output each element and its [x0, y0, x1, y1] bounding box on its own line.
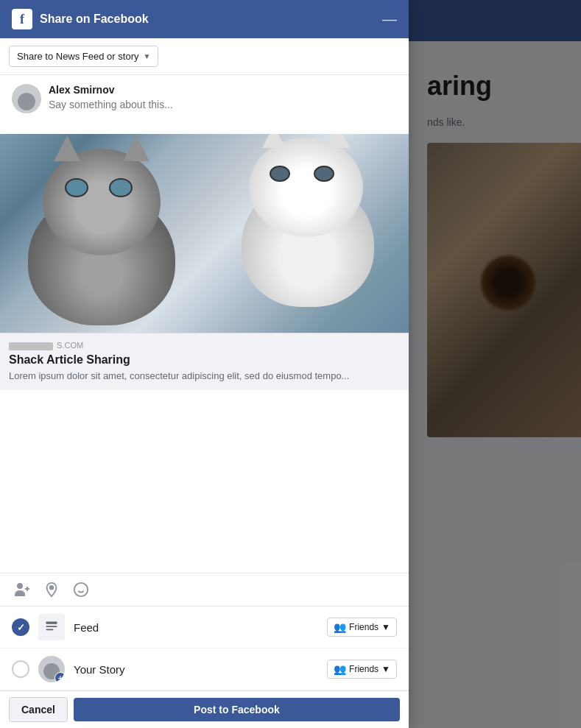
article-image [0, 134, 409, 333]
white-kitten-ear-left [262, 134, 286, 148]
gray-kitten-ear-right [123, 135, 149, 161]
kittens-scene [0, 134, 409, 333]
chevron-down-icon: ▼ [143, 52, 150, 60]
tag-people-button[interactable] [12, 579, 32, 600]
feed-label: Feed [74, 621, 318, 634]
story-avatar: + [38, 656, 65, 682]
minimize-button[interactable]: — [382, 12, 397, 26]
modal-spacer [0, 390, 409, 573]
source-blur [9, 342, 53, 350]
white-kitten-eye-left [270, 166, 290, 182]
post-text-input[interactable] [49, 99, 397, 122]
source-label: S.COM [57, 341, 83, 350]
story-label: Your Story [74, 663, 318, 676]
location-button[interactable] [41, 579, 62, 600]
gray-kitten-head [43, 149, 161, 255]
white-kitten-head [249, 138, 363, 237]
post-toolbar [0, 573, 409, 606]
feed-audience-chevron: ▼ [381, 622, 390, 632]
modal-title: Share on Facebook [40, 13, 149, 26]
story-audience-button[interactable]: 👥 Friends ▼ [327, 660, 397, 679]
gray-kitten-eye-right [109, 178, 133, 197]
feed-audience-label: Friends [349, 622, 378, 632]
share-selector: Share to News Feed or story ▼ [0, 38, 409, 75]
user-section: Alex Smirnov [0, 75, 409, 134]
modal-header: f Share on Facebook — [0, 0, 409, 38]
story-audience-label: Friends [349, 664, 378, 674]
avatar-silhouette [18, 93, 35, 110]
feed-checkbox[interactable] [12, 618, 29, 636]
tag-people-icon [13, 581, 31, 598]
user-name: Alex Smirnov [49, 84, 397, 96]
svg-point-4 [74, 583, 88, 596]
destination-story: + Your Story 👥 Friends ▼ [0, 649, 409, 690]
svg-rect-8 [46, 626, 57, 627]
people-icon: 👥 [334, 621, 346, 633]
kittens-container [13, 134, 396, 333]
share-destination-label: Share to News Feed or story [17, 51, 138, 62]
post-to-facebook-button[interactable]: Post to Facebook [74, 698, 400, 721]
article-description: Lorem ipsum dolor sit amet, consectetur … [9, 370, 400, 383]
destinations-section: Feed 👥 Friends ▼ + Your Story 👥 Friends … [0, 606, 409, 690]
svg-point-3 [50, 586, 54, 590]
user-info: Alex Smirnov [49, 84, 397, 125]
location-icon [43, 582, 60, 598]
feed-audience-button[interactable]: 👥 Friends ▼ [327, 618, 397, 637]
story-audience-chevron: ▼ [381, 664, 390, 674]
gray-kitten-ear-left [54, 135, 80, 161]
gray-kitten [21, 149, 190, 325]
story-plus-icon: + [54, 672, 65, 682]
article-source: S.COM [9, 341, 400, 350]
emoji-button[interactable] [71, 579, 91, 600]
news-feed-icon [44, 620, 59, 635]
story-checkbox[interactable] [12, 660, 29, 678]
white-kitten [234, 138, 389, 307]
feed-icon [38, 614, 65, 640]
avatar [12, 84, 41, 113]
modal-footer: Cancel Post to Facebook [0, 690, 409, 728]
cancel-button[interactable]: Cancel [9, 697, 68, 722]
svg-rect-9 [46, 629, 54, 631]
story-people-icon: 👥 [334, 663, 346, 675]
facebook-logo-icon: f [12, 9, 32, 29]
svg-point-0 [17, 583, 23, 589]
share-modal: f Share on Facebook — Share to News Feed… [0, 0, 409, 728]
emoji-icon [73, 582, 89, 598]
article-title: Shack Article Sharing [9, 353, 400, 367]
article-meta: S.COM Shack Article Sharing Lorem ipsum … [0, 333, 409, 390]
destination-feed: Feed 👥 Friends ▼ [0, 607, 409, 649]
white-kitten-eye-right [314, 166, 334, 182]
article-preview: S.COM Shack Article Sharing Lorem ipsum … [0, 134, 409, 390]
share-destination-dropdown[interactable]: Share to News Feed or story ▼ [9, 46, 158, 67]
white-kitten-ear-right [326, 134, 350, 148]
svg-rect-7 [46, 622, 57, 624]
modal-header-left: f Share on Facebook [12, 9, 149, 29]
gray-kitten-eye-left [65, 178, 88, 197]
